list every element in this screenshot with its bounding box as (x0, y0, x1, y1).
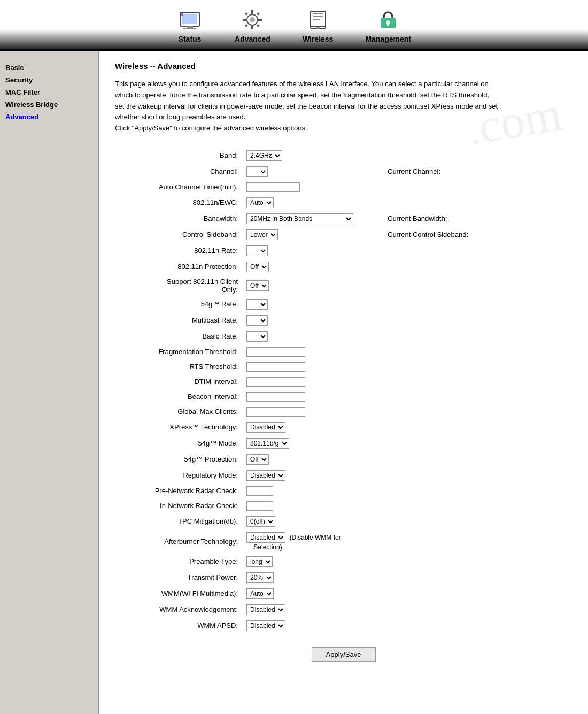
field-value: Disabled (Disable WMM for Selection) (243, 529, 382, 554)
svg-rect-9 (243, 19, 247, 21)
field-value: Auto (243, 586, 382, 602)
field-extra (382, 243, 572, 259)
table-row: XPress™ Technology: Disabled (115, 419, 572, 435)
fragmentation-threshold-input[interactable] (246, 347, 305, 357)
table-row: WMM Acknowledgement: Disabled (115, 602, 572, 618)
80211n-rate-select[interactable] (246, 245, 268, 256)
sidebar-item-wireless-bridge[interactable]: Wireless Bridge (5, 98, 93, 111)
global-max-clients-input[interactable] (246, 407, 305, 417)
rts-threshold-input[interactable] (246, 362, 305, 372)
field-extra (382, 602, 572, 618)
in-network-radar-input[interactable] (246, 501, 273, 511)
field-extra (382, 467, 572, 483)
management-icon (375, 7, 401, 33)
wmm-ack-select[interactable]: Disabled (246, 604, 285, 615)
support-80211n-client-select[interactable]: Off (246, 280, 269, 291)
table-row: WMM(Wi-Fi Multimedia): Auto (115, 586, 572, 602)
beacon-interval-input[interactable] (246, 392, 305, 402)
table-row: 54g™ Mode: 802.11b/g (115, 435, 572, 451)
wmm-select[interactable]: Auto (246, 588, 274, 599)
field-label: RTS Threshold: (115, 359, 243, 374)
transmit-power-select[interactable]: 20% (246, 572, 274, 583)
sidebar: Basic Security MAC Filter Wireless Bridg… (0, 51, 99, 714)
tpc-mitigation-select[interactable]: 0(off) (246, 516, 275, 527)
band-select[interactable]: 2.4GHz (246, 150, 282, 161)
field-value (243, 483, 382, 498)
page-title: Wireless -- Advanced (115, 62, 572, 71)
sidebar-item-basic[interactable]: Basic (5, 62, 93, 74)
dtim-interval-input[interactable] (246, 377, 305, 387)
xpress-technology-select[interactable]: Disabled (246, 422, 285, 433)
control-sideband-select[interactable]: Lower (246, 229, 278, 240)
table-row: Pre-Network Radar Check: (115, 483, 572, 498)
80211n-ewc-select[interactable]: Auto (246, 197, 274, 208)
field-value (243, 359, 382, 374)
54g-rate-select[interactable] (246, 299, 268, 310)
svg-rect-23 (387, 22, 389, 26)
sidebar-item-advanced[interactable]: Advanced (5, 111, 93, 123)
field-label: 802.11n Rate: (115, 243, 243, 259)
nav-advanced-label: Advanced (235, 35, 270, 43)
field-value (243, 164, 382, 180)
field-value: 20MHz in Both Bands (243, 211, 382, 227)
sidebar-item-security[interactable]: Security (5, 74, 93, 86)
basic-rate-select[interactable] (246, 331, 268, 342)
field-label: Preamble Type: (115, 554, 243, 570)
field-label: 54g™ Rate: (115, 296, 243, 312)
preamble-type-select[interactable]: long (246, 556, 273, 567)
field-label: Fragmentation Threshold: (115, 344, 243, 359)
field-label: Band: (115, 148, 243, 164)
table-row: Support 802.11n ClientOnly: Off (115, 275, 572, 296)
field-extra (382, 195, 572, 211)
field-extra (382, 296, 572, 312)
field-extra (382, 328, 572, 344)
svg-rect-13 (245, 24, 249, 27)
wmm-apsd-select[interactable]: Disabled (246, 620, 285, 631)
settings-table: Band: 2.4GHz Channel: (115, 148, 572, 634)
multicast-rate-select[interactable] (246, 315, 268, 326)
status-icon (177, 7, 203, 33)
table-row: TPC Mitigation(db): 0(off) (115, 513, 572, 529)
field-extra (382, 359, 572, 374)
auto-channel-timer-input[interactable] (246, 182, 300, 192)
field-value: 2.4GHz (243, 148, 382, 164)
svg-rect-4 (181, 13, 183, 16)
regulatory-mode-select[interactable]: Disabled (246, 470, 285, 481)
field-value: Off (243, 275, 382, 296)
field-extra: Current Bandwidth: (382, 211, 572, 227)
field-value: Disabled (243, 419, 382, 435)
table-row: 802.11n Rate: (115, 243, 572, 259)
field-value: Off (243, 451, 382, 467)
svg-rect-20 (316, 27, 320, 29)
sidebar-item-mac-filter[interactable]: MAC Filter (5, 86, 93, 98)
nav-management[interactable]: Management (365, 7, 411, 43)
bandwidth-select[interactable]: 20MHz in Both Bands (246, 213, 353, 224)
field-extra (382, 259, 572, 275)
afterburner-technology-select[interactable]: Disabled (246, 532, 285, 543)
80211n-protection-select[interactable]: Off (246, 262, 269, 272)
svg-rect-11 (245, 12, 249, 16)
field-value (243, 328, 382, 344)
field-value: long (243, 554, 382, 570)
field-extra (382, 554, 572, 570)
wireless-icon (305, 7, 331, 33)
content-wrapper: .com Wireless -- Advanced This page allo… (115, 62, 572, 662)
nav-status[interactable]: Status (177, 7, 203, 43)
nav-advanced[interactable]: Advanced (235, 7, 270, 43)
field-value (243, 312, 382, 328)
table-row: Basic Rate: (115, 328, 572, 344)
nav-wireless[interactable]: Wireless (303, 7, 333, 43)
field-extra (382, 374, 572, 389)
field-label: In-Network Radar Check: (115, 498, 243, 513)
54g-mode-select[interactable]: 802.11b/g (246, 438, 289, 449)
field-value: 20% (243, 570, 382, 586)
table-row: DTIM Interval: (115, 374, 572, 389)
pre-network-radar-input[interactable] (246, 486, 273, 496)
apply-save-container: Apply/Save (115, 647, 572, 662)
table-row: Beacon Interval: (115, 389, 572, 404)
field-value: Lower (243, 227, 382, 243)
channel-select[interactable] (246, 166, 268, 177)
54g-protection-select[interactable]: Off (246, 454, 269, 465)
apply-save-button[interactable]: Apply/Save (312, 647, 376, 662)
field-extra: Current Control Sideband: (382, 227, 572, 243)
